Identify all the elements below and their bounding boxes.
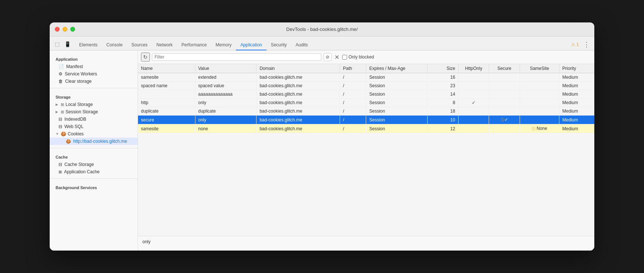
cache-storage-icon: ⊟	[59, 162, 62, 167]
col-priority[interactable]: Priority	[559, 64, 594, 73]
cursor-icon[interactable]: ⬚	[53, 40, 61, 49]
table-cell: Session	[366, 73, 428, 82]
col-expires[interactable]: Expires / Max-Age	[366, 64, 428, 73]
col-httponly[interactable]: HttpOnly	[458, 64, 489, 73]
indexeddb-icon: ⊟	[59, 117, 62, 122]
table-cell	[489, 99, 520, 107]
table-cell	[520, 73, 559, 82]
tab-memory[interactable]: Memory	[211, 40, 236, 50]
tab-console[interactable]: Console	[102, 40, 127, 50]
sidebar-item-manifest[interactable]: 📄 Manifest	[50, 63, 138, 70]
application-cache-icon: ⊞	[59, 170, 62, 174]
table-row[interactable]: secureonlybad-cookies.glitch.me/Session1…	[138, 116, 594, 124]
table-cell: /	[340, 124, 366, 133]
col-samesite[interactable]: SameSite	[520, 64, 559, 73]
tab-audits[interactable]: Audits	[291, 40, 312, 50]
only-blocked-checkbox[interactable]	[342, 55, 347, 60]
table-cell	[458, 107, 489, 116]
table-cell: bad-cookies.glitch.me	[256, 90, 340, 99]
table-cell: bad-cookies.glitch.me	[256, 99, 340, 107]
chevron-right-icon: ▶	[56, 103, 59, 106]
tab-application[interactable]: Application	[236, 40, 266, 50]
sidebar-item-cache-storage[interactable]: ⊟ Cache Storage	[50, 161, 138, 168]
tab-sources[interactable]: Sources	[127, 40, 152, 50]
device-icon[interactable]: 📱	[63, 40, 72, 49]
tab-performance[interactable]: Performance	[177, 40, 211, 50]
table-row[interactable]: samesitenonebad-cookies.glitch.me/Sessio…	[138, 124, 594, 133]
minimize-button[interactable]	[63, 27, 67, 32]
table-cell	[489, 82, 520, 90]
sidebar-item-web-sql[interactable]: ⊟ Web SQL	[50, 123, 138, 130]
table-cell	[520, 116, 559, 124]
table-cell: samesite	[138, 73, 195, 82]
table-cell: Session	[366, 124, 428, 133]
col-name[interactable]: Name	[138, 64, 195, 73]
sidebar-item-session-storage[interactable]: ▶ ⊞ Session Storage	[50, 108, 138, 116]
cookie-rows: samesiteextendedbad-cookies.glitch.me/Se…	[138, 73, 594, 133]
value-preview-text: only	[142, 239, 151, 244]
table-cell: Session	[366, 116, 428, 124]
table-cell	[520, 107, 559, 116]
tab-right-area: ⚠ 1 ⋮	[571, 40, 591, 50]
sidebar-item-service-workers[interactable]: ⚙ Service Workers	[50, 70, 138, 78]
table-cell: spaced name	[138, 82, 195, 90]
sidebar-item-local-storage[interactable]: ▶ ⊞ Local Storage	[50, 101, 138, 108]
sidebar-item-clear-storage[interactable]: 🗑 Clear storage	[50, 78, 138, 85]
value-preview: only	[138, 236, 594, 251]
tab-elements[interactable]: Elements	[75, 40, 102, 50]
more-button[interactable]: ⋮	[582, 40, 591, 49]
table-cell	[138, 90, 195, 99]
cookie-url-icon: 🍪	[66, 139, 71, 144]
sidebar-item-application-cache[interactable]: ⊞ Application Cache	[50, 168, 138, 176]
maximize-button[interactable]	[70, 27, 75, 32]
filter-input[interactable]	[155, 54, 319, 60]
close-button[interactable]	[55, 27, 60, 32]
table-row[interactable]: duplicateduplicatebad-cookies.glitch.me/…	[138, 107, 594, 116]
web-sql-icon: ⊟	[59, 124, 62, 129]
tab-network[interactable]: Network	[152, 40, 177, 50]
blocked-filter-button[interactable]: ⊘	[323, 53, 332, 61]
tab-icons: ⬚ 📱	[53, 40, 72, 50]
only-blocked-label[interactable]: Only blocked	[342, 54, 374, 60]
cookies-icon: 🍪	[61, 131, 66, 136]
warning-badge[interactable]: ⚠ 1	[571, 42, 579, 47]
col-size[interactable]: Size	[428, 64, 458, 73]
table-cell: 10	[428, 116, 458, 124]
col-secure[interactable]: Secure	[489, 64, 520, 73]
table-cell: Session	[366, 107, 428, 116]
table-row[interactable]: samesiteextendedbad-cookies.glitch.me/Se…	[138, 73, 594, 82]
tabs-bar: ⬚ 📱 Elements Console Sources Network Per…	[50, 36, 594, 50]
sidebar-item-bad-cookies-url[interactable]: 🍪 http://bad-cookies.glitch.me	[50, 138, 138, 145]
sidebar: Application 📄 Manifest ⚙ Service Workers…	[50, 50, 138, 251]
table-cell: Medium	[559, 82, 594, 90]
filter-input-wrap	[152, 53, 321, 61]
session-storage-icon: ⊞	[61, 110, 64, 114]
col-path[interactable]: Path	[340, 64, 366, 73]
col-domain[interactable]: Domain	[256, 64, 340, 73]
table-cell: duplicate	[138, 107, 195, 116]
table-cell: Session	[366, 82, 428, 90]
table-cell: 14	[428, 90, 458, 99]
warning-count: 1	[576, 42, 579, 47]
table-cell: duplicate	[195, 107, 256, 116]
refresh-button[interactable]: ↻	[141, 53, 150, 61]
clear-filter-button[interactable]: ✕	[334, 54, 340, 61]
divider-3	[50, 178, 138, 179]
table-cell: secure	[138, 116, 195, 124]
sidebar-item-indexeddb[interactable]: ⊟ IndexedDB	[50, 116, 138, 123]
local-storage-icon: ⊞	[61, 102, 64, 107]
table-cell: only	[195, 116, 256, 124]
devtools-window: DevTools - bad-cookies.glitch.me/ ⬚ 📱 El…	[50, 22, 594, 251]
col-value[interactable]: Value	[195, 64, 256, 73]
table-row[interactable]: spaced namespaced valuebad-cookies.glitc…	[138, 82, 594, 90]
table-row[interactable]: aaaaaaaaaaaaaabad-cookies.glitch.me/Sess…	[138, 90, 594, 99]
filter-bar: ↻ ⊘ ✕ Only blocked	[138, 50, 594, 64]
sidebar-item-cookies[interactable]: ▼ 🍪 Cookies	[50, 130, 138, 138]
table-cell: /	[340, 90, 366, 99]
tab-security[interactable]: Security	[266, 40, 291, 50]
table-cell	[489, 73, 520, 82]
table-cell: only	[195, 99, 256, 107]
table-row[interactable]: httponlybad-cookies.glitch.me/Session8✓M…	[138, 99, 594, 107]
table-cell: /	[340, 107, 366, 116]
table-cell: ⓘ✓	[489, 116, 520, 124]
